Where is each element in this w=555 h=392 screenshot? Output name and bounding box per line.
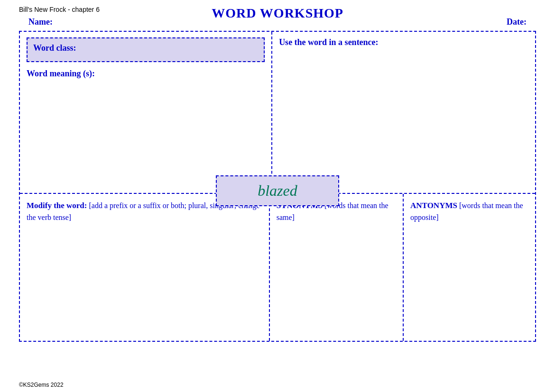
bottom-section: Modify the word: [add a prefix or a suff… — [20, 194, 535, 341]
modify-bold-label: Modify the word: — [27, 201, 87, 210]
center-word-container: blazed — [216, 175, 339, 206]
synonyms-panel: SYNONYMS [words that mean the same] — [270, 194, 404, 341]
top-section: Word class: Word meaning (s): Use the wo… — [20, 32, 535, 194]
page-header: Bill's New Frock - chapter 6 WORD WORKSH… — [0, 0, 555, 13]
center-word: blazed — [258, 182, 297, 199]
book-title: Bill's New Frock - chapter 6 — [19, 6, 100, 13]
left-top-panel: Word class: Word meaning (s): — [20, 32, 272, 193]
footer: ©KS2Gems 2022 — [19, 382, 64, 388]
antonyms-bold-label: ANTONYMS — [410, 201, 457, 210]
center-word-box: blazed — [216, 175, 339, 206]
word-meaning-label: Word meaning (s): — [27, 69, 265, 79]
name-label: Name: — [28, 17, 53, 27]
date-label: Date: — [507, 17, 527, 27]
workshop-title: WORD WORKSHOP — [212, 6, 343, 21]
use-sentence-label: Use the word in a sentence: — [279, 37, 528, 47]
right-top-panel: Use the word in a sentence: — [272, 32, 535, 193]
main-grid: Word class: Word meaning (s): Use the wo… — [19, 31, 536, 342]
antonyms-panel: ANTONYMS [words that mean the opposite] — [404, 194, 535, 341]
copyright-text: ©KS2Gems 2022 — [19, 382, 64, 388]
word-class-label: Word class: — [33, 43, 76, 53]
antonyms-label: ANTONYMS [words that mean the opposite] — [410, 200, 528, 223]
modify-panel: Modify the word: [add a prefix or a suff… — [20, 194, 270, 341]
word-class-box[interactable]: Word class: — [27, 37, 265, 62]
